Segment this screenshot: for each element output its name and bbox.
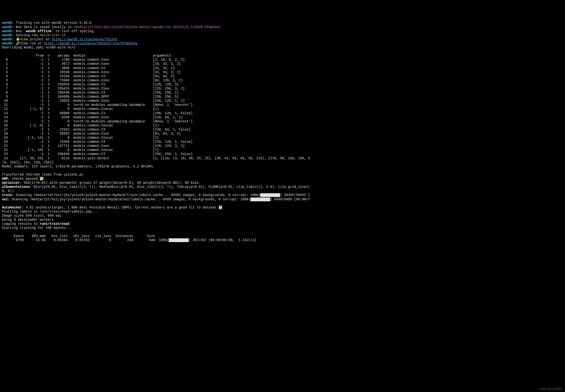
autoanchor-label: AutoAnchor: — [2, 206, 24, 210]
val-suffix: | 6499/6499 [00:00<? — [270, 198, 310, 201]
training-header: Epoch GPU_mem box_loss obj_loss cls_loss… — [2, 234, 155, 238]
table-row: 21 -1 1 147712 models.common.Conv [128, … — [2, 144, 185, 148]
table-row: 4 -1 2 29184 models.common.C3 [64, 64, 2… — [2, 75, 175, 78]
wandb-run-prefix: 🚀View run at — [14, 42, 44, 45]
table-row: 10 -1 1 33024 models.common.Conv [256, 1… — [2, 99, 185, 103]
wandb-prefix: wandb — [2, 34, 12, 37]
train-suffix: | 58492/58492 [ — [280, 193, 310, 197]
optimizer-text: SGD(lr=0.01) with parameter groups 57 we… — [22, 181, 199, 185]
val-label: val: — [2, 198, 10, 201]
training-row-prefix: 0/99 14.9G 0.05164 0.01763 0 244 640: 10… — [2, 238, 169, 242]
wandb-rundata-prefix: Run data is saved locally in — [14, 26, 73, 29]
optimizer-label: optimizer: — [2, 181, 22, 185]
progress-bar: ██████████ — [250, 198, 270, 201]
wandb-prefix: wandb — [2, 42, 12, 45]
table-row: 7 -1 1 295424 models.common.Conv [128, 2… — [2, 87, 185, 90]
check-icon: ✅ — [218, 206, 222, 210]
albumentations-label: albumentations: — [2, 185, 32, 189]
table-row: 22 [-1, 10] 1 0 models.common.Concat [1] — [2, 148, 159, 152]
table-row: 16 [-1, 4] 1 0 models.common.Concat [1] — [2, 124, 159, 127]
check-icon: ✅ — [40, 177, 44, 181]
table-row: 5 -1 1 73984 models.common.Conv [64, 128… — [2, 79, 183, 82]
plotting-line: Plotting labels to runs/train/exp2/label… — [2, 210, 97, 213]
table-row: 6 -1 3 156928 models.common.C3 [128, 128… — [2, 83, 179, 86]
amp-label: AMP: — [2, 177, 10, 181]
transferred-line: Transferred 343/349 items from yolov5n.p… — [2, 173, 83, 177]
train-label: train: — [2, 193, 14, 197]
table-row: 13 -1 1 90880 models.common.C3 [256, 128… — [2, 112, 193, 115]
wandb-prefix: wandb — [2, 38, 12, 41]
table-row: 8 -1 1 296448 models.common.C3 [256, 256… — [2, 91, 179, 95]
wandb-offline-cmd: wandb offline — [26, 29, 52, 33]
wandb-project-prefix: ⭐View project at — [14, 38, 52, 41]
table-row: 1 -1 1 4672 models.common.Conv [16, 32, … — [2, 62, 181, 66]
table-row: 0 -1 1 1760 models.common.Conv [3, 16, 6… — [2, 58, 185, 62]
table-row: 18 -1 1 36992 models.common.Conv [64, 64… — [2, 132, 181, 136]
wandb-prefix: wandb — [2, 29, 12, 33]
starting-line: Starting training for 100 epochs... — [2, 226, 72, 230]
wandb-run-name: denim-star-16 — [40, 34, 66, 37]
logging-prefix: Logging results to — [2, 222, 40, 226]
override-line: Overriding model.yaml nc=80 with nc=1 — [2, 46, 75, 49]
progress-bar: ██████████ — [169, 238, 189, 242]
table-row: 15 -1 1 0 torch.nn.modules.upsampling.Up… — [2, 120, 193, 123]
table-row: 20 -1 1 74496 models.common.C3 [128, 128… — [2, 140, 193, 144]
autoanchor-text: 4.62 anchors/target, 1.000 Best Possible… — [24, 206, 218, 210]
terminal-output: wandb: Tracking run with wandb version 0… — [2, 17, 563, 242]
table-row: 14 -1 1 8320 models.common.Conv [128, 64… — [2, 116, 183, 119]
albumentations-text: Blur(p=0.01, blur_limit=(3, 7)), MedianB… — [32, 185, 310, 189]
table-row: 12 [-1, 6] 1 0 models.common.Concat [1] — [2, 107, 159, 111]
amp-text: checks passed — [10, 177, 40, 181]
model-summary: Model summary: 214 layers, 1765270 param… — [2, 165, 153, 168]
wandb-syncing-prefix: Syncing run — [14, 34, 40, 37]
wandb-offline-suffix: ` to turn off syncing. — [52, 29, 95, 33]
logging-path: runs/train/exp2 — [40, 222, 69, 226]
table-row: 2 -1 1 4800 models.common.C3 [32, 32, 1] — [2, 67, 175, 70]
val-text: Scanning /media/12t/hsl/jky/yolov5/yolov… — [10, 198, 250, 201]
wandb-offline-prefix: Run ` — [14, 29, 26, 33]
table-row-cont: 73, 326]], [64, 128, 256]] — [2, 161, 54, 164]
wandb-run-url[interactable]: https://wandb.ai/xiaohanya/YOLOv5/runs/h… — [44, 42, 137, 45]
wandb-prefix: wandb — [2, 26, 12, 29]
wandb-prefix: wandb — [2, 21, 12, 25]
train-text: Scanning /media/12t/hsl/jky/yolov5/yolov… — [14, 193, 261, 197]
table-row: 3 -1 1 18560 models.common.Conv [32, 64,… — [2, 70, 181, 74]
albumentations-cont: 8, 8)) — [2, 189, 14, 193]
table-row: 17 -1 1 22912 models.common.C3 [128, 64,… — [2, 128, 191, 131]
table-header: from n params module arguments — [2, 54, 171, 57]
table-row: 23 -1 1 296448 models.common.C3 [256, 25… — [2, 152, 193, 156]
table-row: 9 -1 1 164608 models.common.SPPF [256, 2… — [2, 95, 179, 98]
training-suffix: | 457/457 [06:08<00:00, 1.24it/s] — [189, 238, 256, 242]
wandb-rundata-path: /media/12t/hsl/jky/yolov5/yolov5-master/… — [73, 26, 221, 29]
table-row: 24 [17, 20, 23] 1 8118 models.yolo.Detec… — [2, 157, 310, 160]
wandb-version-line: Tracking run with wandb version 0.16.0 — [14, 21, 91, 25]
progress-bar: ██████████ — [260, 193, 280, 197]
table-row: 11 -1 1 0 torch.nn.modules.upsampling.Up… — [2, 103, 193, 107]
workers-line: Using 8 dataloader workers — [2, 218, 54, 222]
table-row: 19 [-1, 14] 1 0 models.common.Concat [1] — [2, 136, 159, 140]
image-sizes-line: Image sizes 640 train, 640 val — [2, 214, 61, 218]
wandb-project-url[interactable]: https://wandb.ai/xiaohanya/YOLOv5 — [52, 38, 117, 41]
